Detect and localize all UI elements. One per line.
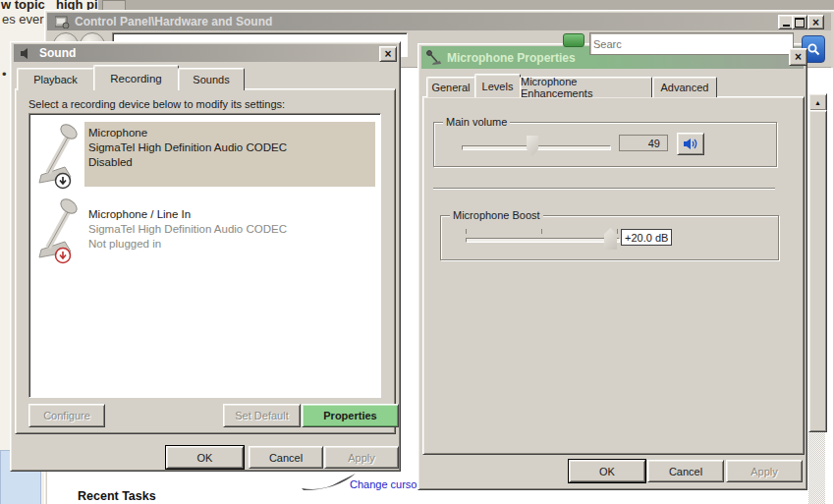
search-input[interactable] [589,32,794,55]
recent-tasks-heading: Recent Tasks [78,489,156,503]
background-tab[interactable] [102,0,126,10]
cancel-button[interactable]: Cancel [647,460,724,482]
maximize-button[interactable] [792,15,807,29]
section-separator [433,188,775,190]
tick [541,229,542,234]
tick [617,229,618,234]
boost-slider-thumb[interactable] [604,228,617,250]
scroll-up-icon: ▲ [814,99,821,106]
tab-playback[interactable]: Playback [17,68,94,90]
microphone-boost-label: Microphone Boost [450,209,543,221]
device-description: SigmaTel High Definition Audio CODEC [88,223,287,235]
microphone-properties-dialog: Microphone Properties General Levels Mic… [417,43,807,490]
device-name: Microphone [88,127,147,139]
tick [466,229,467,234]
magnifier-icon [806,42,820,56]
sound-dialog-titlebar[interactable]: Sound [14,44,397,62]
cancel-button[interactable]: Cancel [249,446,323,469]
control-panel-titlebar[interactable]: Control Panel\Hardware and Sound [47,13,831,30]
device-row-microphone-line-in[interactable]: Microphone / Line In SigmaTel High Defin… [29,195,378,269]
boost-slider-track[interactable] [466,238,620,243]
scroll-up-button[interactable]: ▲ [808,93,827,111]
set-default-button[interactable]: Set Default [223,404,301,427]
control-panel-icon [55,16,70,28]
ok-button[interactable]: OK [569,460,645,482]
scrollbar-thumb[interactable] [808,110,827,432]
page-text-fragment: es every [2,12,50,27]
sound-dialog: Sound × Playback Recording Sounds Select… [10,41,401,472]
mute-speaker-button[interactable] [677,133,704,155]
refresh-go-icon[interactable] [563,33,584,47]
properties-button[interactable]: Properties [302,404,399,427]
screen: w topic high pi es every • Control Panel… [0,0,834,504]
tab-microphone-enhancements[interactable]: Microphone Enhancements [520,77,652,97]
device-status: Not plugged in [88,238,161,250]
mic-dialog-close-button[interactable]: × [789,48,807,66]
main-volume-value: 49 [619,135,668,151]
device-description: SigmaTel High Definition Audio CODEC [88,141,287,153]
close-button[interactable]: × [807,15,824,29]
instruction-text: Select a recording device below to modif… [28,98,285,110]
device-status: Disabled [88,156,133,168]
main-volume-group: Main volume 49 [433,122,777,167]
content-scrollbar[interactable]: ▲ [808,93,825,504]
tab-advanced[interactable]: Advanced [652,77,717,97]
window-title: Control Panel\Hardware and Sound [75,15,272,28]
configure-button[interactable]: Configure [28,404,105,427]
apply-button[interactable]: Apply [324,446,399,469]
tab-recording[interactable]: Recording [93,65,179,90]
microphone-icon [425,49,442,66]
tab-strip [98,0,834,10]
microphone-boost-group: Microphone Boost +20.0 dB [440,215,779,260]
sound-close-button[interactable]: × [379,46,397,62]
main-volume-slider-thumb[interactable] [527,136,538,156]
speaker-icon [20,47,33,60]
dialog-title: Sound [39,46,76,60]
dialog-title: Microphone Properties [447,51,576,65]
device-name: Microphone / Line In [88,208,191,220]
desk-microphone-icon [33,196,83,265]
tab-sounds[interactable]: Sounds [178,68,245,90]
tab-levels[interactable]: Levels [474,74,521,97]
apply-button[interactable]: Apply [726,460,803,482]
main-volume-label: Main volume [443,116,510,128]
page-heading-fragment: w topic [1,0,45,12]
device-row-microphone[interactable]: Microphone SigmaTel High Definition Audi… [29,120,378,195]
desk-microphone-icon [33,122,83,191]
page-bullet: • [2,67,7,82]
recording-device-list[interactable]: Microphone SigmaTel High Definition Audi… [28,113,381,398]
speaker-volume-icon [683,137,698,151]
ok-button[interactable]: OK [166,446,244,469]
tab-general[interactable]: General [426,77,475,97]
boost-value: +20.0 dB [621,229,672,246]
